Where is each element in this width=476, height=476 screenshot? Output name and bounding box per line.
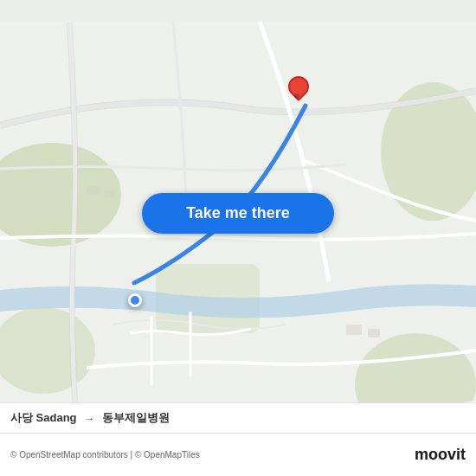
- to-label: 동부제일병원: [102, 410, 170, 426]
- attribution-text: © OpenStreetMap contributors | © OpenMap…: [10, 450, 200, 460]
- svg-rect-7: [104, 190, 114, 197]
- route-info-bar: 사당 Sadang → 동부제일병원: [0, 402, 476, 433]
- moovit-logo: moovit: [415, 446, 466, 464]
- origin-marker: [128, 293, 142, 307]
- svg-rect-9: [368, 329, 380, 338]
- route-arrow-icon: →: [84, 412, 95, 425]
- bottom-bar: © OpenStreetMap contributors | © OpenMap…: [0, 433, 476, 476]
- take-me-there-button[interactable]: Take me there: [142, 193, 334, 234]
- svg-rect-6: [87, 186, 100, 195]
- destination-marker: [288, 76, 306, 99]
- map-container: Take me there 사당 Sadang → 동부제일병원 © OpenS…: [0, 0, 476, 476]
- from-label: 사당 Sadang: [10, 410, 77, 426]
- moovit-brand-text: moovit: [415, 446, 466, 464]
- svg-rect-8: [346, 325, 362, 335]
